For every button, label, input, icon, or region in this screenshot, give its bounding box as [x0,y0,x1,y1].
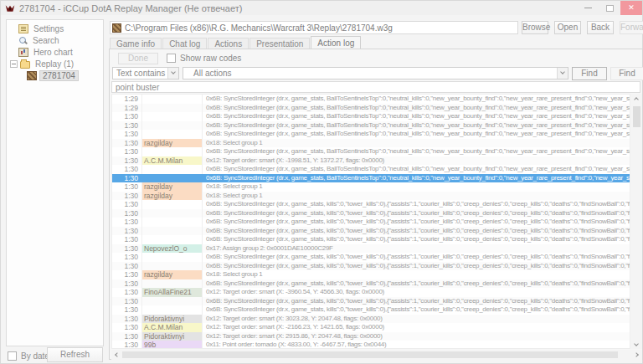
minimize-button[interactable] [577,1,599,15]
action-log-table: 1:290x6B: SyncStoredInteger (dr.x, game_… [111,94,630,349]
log-row[interactable]: 1:300x6B: SyncStoredInteger (dr.x, game_… [112,218,630,227]
close-button[interactable]: ✕ [620,1,642,15]
by-date-checkbox[interactable] [8,351,17,361]
log-row-time: 1:29 [112,95,142,104]
vertical-scroll-thumb[interactable] [633,106,640,127]
log-row[interactable]: 1:300x6B: SyncStoredInteger (dr.x, game_… [112,112,630,121]
window-title: 2781704 - iCCup DotA Replay Manager (Не … [19,3,242,13]
sidebar-item-settings[interactable]: Settings [7,23,103,34]
log-row-time: 1:30 [112,235,142,244]
scroll-left-button[interactable] [111,350,121,360]
log-row-time: 1:30 [112,165,142,174]
scroll-down-button[interactable] [631,339,642,349]
log-row[interactable]: 1:300x6B: SyncStoredInteger (dr.x, game_… [112,253,630,262]
log-row-action: 0x6B: SyncStoredInteger (dr.x, game_stat… [203,279,630,289]
log-row[interactable]: 1:30razgilday0x18: Select group 1 [112,139,630,148]
log-row[interactable]: 1:300x6B: SyncStoredInteger (dr.x, game_… [112,130,630,139]
log-row[interactable]: 1:30Pidoraktivnyi0x12: Target order: sma… [112,315,630,324]
log-row[interactable]: 1:30razgilday0x18: Select group 1 [112,192,630,201]
chevron-up-icon [634,97,639,102]
app-icon [5,3,15,13]
open-button[interactable]: Open [554,21,581,34]
replay-path-field[interactable]: C:\Program Files (x86)\R.G. Mechanics\Wa… [110,21,518,34]
search-input[interactable] [111,81,640,93]
log-row[interactable]: 1:30razgilday0x18: Select group 1 [112,270,630,279]
browse-button[interactable]: Browse [522,21,548,34]
log-row-time: 1:30 [112,112,142,121]
log-row-time: 1:30 [112,139,142,148]
log-row[interactable]: 1:300x6B: SyncStoredInteger (dr.x, game_… [112,227,630,236]
log-row-time: 1:30 [112,209,142,218]
forward-button[interactable]: Forward [620,21,643,34]
replay-icon [27,71,37,80]
find-next-button[interactable]: Find next [572,67,607,80]
log-row-player [142,209,203,218]
tab-game-info[interactable]: Game info [110,38,162,49]
log-row[interactable]: 1:290x6B: SyncStoredInteger (dr.x, game_… [112,104,630,113]
show-raw-codes-checkbox[interactable] [167,54,176,63]
log-row[interactable]: 1:300x6B: SyncStoredInteger (dr.x, game_… [112,279,630,289]
tab-actions[interactable]: Actions [208,38,249,49]
expand-collapse-icon[interactable] [10,60,18,68]
log-row-action: 0x6B: SyncStoredInteger (dr.x, game_stat… [203,147,630,156]
log-row[interactable]: 1:300x6B: SyncStoredInteger (dr.x, game_… [112,305,630,315]
log-row[interactable]: 1:300x6B: SyncStoredInteger (dr.x, game_… [112,200,630,209]
log-row[interactable]: 1:30A.C.M.Milan0x12: Target order: smart… [112,156,630,166]
log-row[interactable]: 1:300x6B: SyncStoredInteger (dr.x, game_… [112,235,630,244]
log-row-action: 0x6B: SyncStoredInteger (dr.x, game_stat… [203,174,630,183]
log-row-time: 1:29 [112,104,142,113]
log-row[interactable]: 1:300x6B: SyncStoredInteger (dr.x, game_… [112,165,630,174]
log-row-action: 0x12: Target order: smart (X: -2166.23, … [203,323,630,332]
maximize-icon [606,5,614,12]
tab-presentation[interactable]: Presentation [249,38,310,49]
log-row[interactable]: 1:3099b0x11: Point order: tornado (X: 48… [112,341,630,349]
action-scope-select[interactable]: All actions [183,67,568,79]
action-scope-dropdown[interactable] [557,68,568,79]
log-row-action: 0x6B: SyncStoredInteger (dr.x, game_stat… [203,297,630,306]
tab-action-log[interactable]: Action log [311,36,361,49]
log-row-action: 0x6B: SyncStoredInteger (dr.x, game_stat… [203,235,630,244]
scroll-up-button[interactable] [631,94,642,104]
log-row-player: NepovezlO_o [142,244,203,254]
horizontal-scroll-thumb[interactable] [122,351,618,358]
log-row-player [142,305,203,315]
main-panel: C:\Program Files (x86)\R.G. Mechanics\Wa… [108,19,643,361]
log-row-action: 0x6B: SyncStoredInteger (dr.x, game_stat… [203,227,630,236]
log-row[interactable]: 1:30A.C.M.Milan0x12: Target order: smart… [112,323,630,332]
log-row[interactable]: 1:300x6B: SyncStoredInteger (dr.x, game_… [112,174,630,183]
sidebar-item-replay-1[interactable]: Replay (1) [7,58,103,69]
back-button[interactable]: Back [587,21,614,34]
find-prev-button[interactable]: Find prev [610,67,643,80]
sidebar-item-hero-chart[interactable]: Hero chart [7,46,103,58]
log-row-player [142,165,203,174]
log-row-time: 1:30 [112,288,142,297]
scroll-right-button[interactable] [632,350,642,360]
log-row-player [142,235,203,244]
log-row-action: 0x6B: SyncStoredInteger (dr.x, game_stat… [203,218,630,227]
log-row[interactable]: 1:300x6B: SyncStoredInteger (dr.x, game_… [112,147,630,156]
sidebar-item-2781704[interactable]: 2781704 [7,69,103,81]
log-row[interactable]: 1:300x6B: SyncStoredInteger (dr.x, game_… [112,262,630,271]
filter-mode-dropdown[interactable] [167,68,178,79]
titlebar: 2781704 - iCCup DotA Replay Manager (Не … [1,1,642,15]
refresh-button[interactable]: Refresh [47,347,103,362]
log-row-action: 0x12: Target order: smart (X: -1998.51, … [203,156,630,166]
log-row[interactable]: 1:300x6B: SyncStoredInteger (dr.x, game_… [112,209,630,218]
maximize-button[interactable] [599,1,620,15]
log-row[interactable]: 1:30Pidoraktivnyi0x12: Target order: sma… [112,332,630,341]
log-row[interactable]: 1:30NepovezlO_o0x17: Assign group 2: 0x0… [112,244,630,254]
show-raw-codes-label: Show raw codes [180,54,241,63]
log-row[interactable]: 1:300x6B: SyncStoredInteger (dr.x, game_… [112,121,630,131]
filter-mode-select[interactable]: Text contains [112,67,179,79]
done-button[interactable]: Done [118,53,158,64]
log-row[interactable]: 1:30razgilday0x18: Select group 1 [112,182,630,192]
log-row[interactable]: 1:290x6B: SyncStoredInteger (dr.x, game_… [112,95,630,104]
log-row[interactable]: 1:300x6B: SyncStoredInteger (dr.x, game_… [112,297,630,306]
vertical-scrollbar[interactable] [631,94,642,349]
log-row-action: 0x18: Select group 1 [203,270,630,279]
log-row[interactable]: 1:30FinoAllaFine210x12: Target order: sm… [112,288,630,297]
log-row-player [142,227,203,236]
sidebar-item-search[interactable]: Search [7,34,103,46]
tab-chat-log[interactable]: Chat log [162,38,207,49]
horizontal-scrollbar[interactable] [111,350,642,360]
